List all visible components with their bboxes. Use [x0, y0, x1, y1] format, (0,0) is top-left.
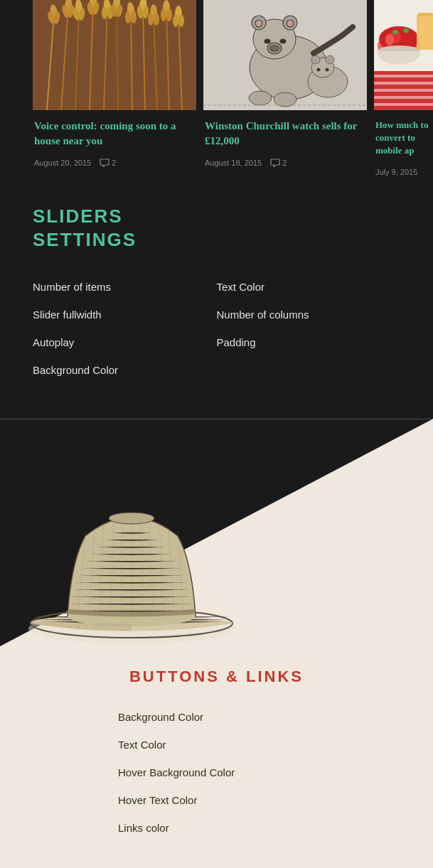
btn-setting-text-color: Text Color [118, 739, 400, 751]
svg-point-57 [274, 92, 296, 107]
svg-point-61 [326, 55, 334, 64]
post-title-3: How much to convert to mobile ap [375, 110, 433, 164]
svg-point-63 [326, 68, 328, 71]
svg-rect-81 [374, 103, 433, 106]
buttons-links-section: BUTTONS & LINKS Background Color Text Co… [0, 646, 433, 868]
svg-point-62 [317, 68, 320, 71]
svg-point-36 [154, 13, 159, 26]
setting-number-of-columns: Number of columns [217, 309, 401, 321]
settings-grid: Number of items Slider fullwidth Autopla… [33, 281, 400, 376]
post-card-2[interactable]: Winston Churchill watch sells for £12,00… [203, 0, 367, 176]
svg-rect-75 [418, 13, 433, 16]
btn-setting-hover-text-color: Hover Text Color [118, 794, 400, 806]
svg-point-44 [178, 14, 184, 27]
setting-number-of-items: Number of items [33, 281, 217, 293]
svg-point-40 [166, 9, 172, 21]
sliders-section: SLIDERS SETTINGS Number of items Slider … [0, 176, 433, 419]
setting-background-color: Background Color [33, 364, 217, 376]
post-title-2: Winston Churchill watch sells for £12,00… [205, 110, 365, 154]
post-date-1: August 20, 2015 [34, 159, 91, 167]
hat-illustration [21, 504, 249, 646]
svg-point-56 [249, 91, 272, 105]
post-date-3: July 9, 2015 [375, 168, 417, 176]
svg-point-53 [280, 39, 286, 43]
btn-setting-background-color: Background Color [118, 711, 400, 723]
settings-col-2: Text Color Number of columns Padding [217, 281, 401, 376]
hat-container [0, 504, 433, 646]
svg-point-19 [102, 6, 107, 19]
setting-text-color: Text Color [217, 281, 401, 293]
svg-point-52 [264, 39, 270, 43]
post-card-3[interactable]: How much to convert to mobile ap July 9,… [374, 0, 433, 176]
svg-point-55 [270, 45, 279, 51]
svg-point-43 [173, 14, 178, 27]
svg-rect-74 [417, 14, 433, 50]
post-date-2: August 18, 2015 [205, 159, 262, 167]
post-card-1[interactable]: Voice control: coming soon to a house ne… [33, 0, 196, 176]
posts-slider: Voice control: coming soon to a house ne… [0, 0, 433, 176]
post-image-food [374, 0, 433, 110]
top-section: Voice control: coming soon to a house ne… [0, 0, 433, 176]
svg-point-35 [148, 13, 154, 26]
svg-point-70 [385, 34, 394, 45]
post-meta-1: August 20, 2015 2 [34, 154, 195, 167]
buttons-links-title: BUTTONS & LINKS [33, 668, 400, 686]
post-title-1: Voice control: coming soon to a house ne… [34, 110, 195, 154]
btn-setting-links-color: Links color [118, 822, 400, 834]
svg-point-60 [311, 55, 320, 64]
sliders-section-title: SLIDERS SETTINGS [33, 205, 400, 253]
setting-autoplay: Autoplay [33, 336, 217, 348]
buttons-links-list: Background Color Text Color Hover Backgr… [33, 711, 400, 834]
post-comments-1: 2 [100, 159, 116, 167]
post-meta-3: July 9, 2015 [375, 164, 433, 176]
svg-rect-77 [374, 75, 433, 77]
post-comments-2: 2 [270, 159, 287, 167]
post-image-bear [203, 0, 367, 110]
svg-rect-80 [374, 96, 433, 99]
svg-rect-79 [374, 89, 433, 92]
btn-setting-hover-background-color: Hover Background Color [118, 766, 400, 778]
post-meta-2: August 18, 2015 2 [205, 154, 365, 167]
diagonal-section [0, 419, 433, 646]
settings-col-1: Number of items Slider fullwidth Autopla… [33, 281, 217, 376]
setting-padding: Padding [217, 336, 401, 348]
svg-point-96 [109, 513, 154, 524]
post-image-wheat [33, 0, 196, 110]
setting-slider-fullwidth: Slider fullwidth [33, 309, 217, 321]
svg-point-27 [125, 11, 131, 23]
svg-point-39 [161, 9, 166, 21]
svg-rect-78 [374, 82, 433, 85]
svg-point-50 [255, 20, 262, 27]
svg-point-28 [131, 11, 137, 23]
svg-point-51 [287, 20, 294, 27]
